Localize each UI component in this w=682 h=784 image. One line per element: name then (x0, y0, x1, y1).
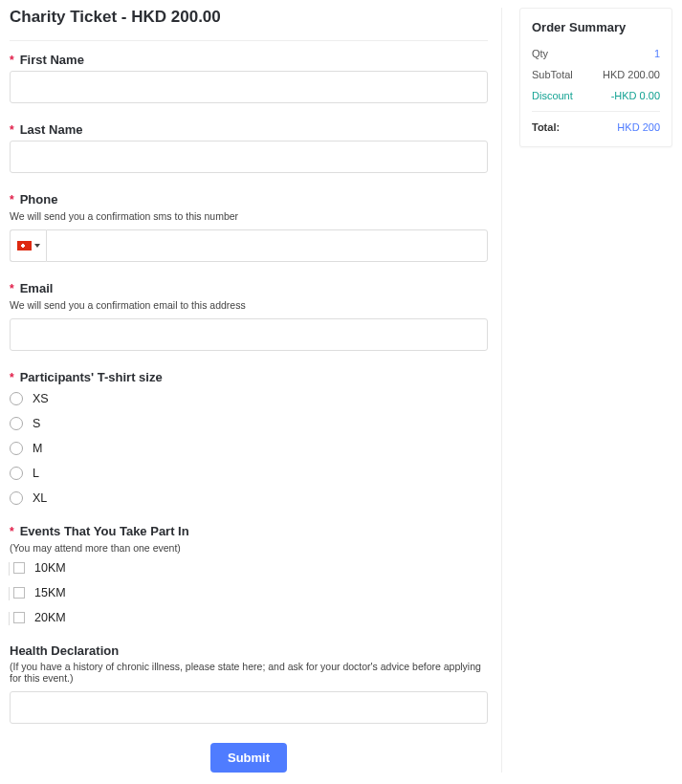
email-input[interactable] (10, 318, 488, 351)
health-help: (If you have a history of chronic illnes… (10, 661, 488, 684)
label-row: * Last Name (10, 122, 488, 137)
field-tshirt: * Participants' T-shirt size XS S M L XL (10, 370, 488, 505)
total-label: Total: (532, 121, 560, 133)
subtotal-label: SubTotal (532, 69, 573, 80)
last-name-input[interactable] (10, 141, 488, 173)
total-value: HKD 200 (617, 121, 660, 133)
qty-label: Qty (532, 48, 548, 59)
checkbox-icon (13, 587, 25, 599)
field-last-name: * Last Name (10, 122, 488, 173)
form-column: Charity Ticket - HKD 200.00 * First Name… (10, 8, 502, 773)
order-row-total: Total: HKD 200 (532, 111, 660, 133)
checkbox-15km[interactable]: 15KM (10, 586, 488, 599)
last-name-label: Last Name (20, 122, 83, 137)
discount-label: Discount (532, 90, 573, 101)
events-help: (You may attend more than one event) (10, 542, 488, 554)
divider (10, 40, 488, 41)
required-icon: * (10, 371, 14, 384)
option-label: XS (33, 392, 49, 405)
radio-xs[interactable]: XS (10, 392, 488, 405)
radio-icon (10, 491, 23, 505)
discount-value: -HKD 0.00 (611, 90, 660, 101)
field-health: Health Declaration (If you have a histor… (10, 643, 488, 724)
radio-icon (10, 417, 23, 430)
email-label: Email (20, 281, 54, 295)
field-events: * Events That You Take Part In (You may … (10, 524, 488, 624)
radio-l[interactable]: L (10, 467, 488, 480)
phone-row (10, 229, 488, 262)
checkbox-icon (13, 612, 25, 623)
option-label: M (33, 442, 42, 455)
submit-button[interactable]: Submit (210, 743, 287, 773)
radio-icon (10, 442, 23, 455)
first-name-input[interactable] (10, 71, 488, 103)
label-row: * Participants' T-shirt size (10, 370, 488, 384)
required-icon: * (10, 193, 14, 207)
events-label: Events That You Take Part In (20, 524, 189, 538)
field-email: * Email We will send you a confirmation … (10, 281, 488, 351)
order-summary-title: Order Summary (532, 20, 660, 34)
checkbox-20km[interactable]: 20KM (10, 611, 488, 624)
checkbox-icon (13, 562, 25, 574)
option-label: L (33, 467, 39, 480)
checkbox-10km[interactable]: 10KM (10, 561, 488, 575)
option-label: 15KM (34, 586, 66, 599)
required-icon: * (10, 525, 14, 538)
tshirt-label: Participants' T-shirt size (20, 370, 163, 384)
country-code-select[interactable] (10, 229, 46, 262)
first-name-label: First Name (20, 53, 84, 67)
order-summary-column: Order Summary Qty 1 SubTotal HKD 200.00 … (519, 8, 672, 147)
required-icon: * (10, 54, 14, 67)
label-row: * Phone (10, 192, 488, 207)
order-summary-card: Order Summary Qty 1 SubTotal HKD 200.00 … (519, 8, 672, 147)
required-icon: * (10, 282, 14, 295)
flag-hk-icon (17, 241, 32, 250)
subtotal-value: HKD 200.00 (603, 69, 660, 80)
submit-row: Submit (10, 743, 488, 773)
radio-xl[interactable]: XL (10, 491, 488, 505)
chevron-down-icon (34, 244, 40, 248)
qty-value: 1 (654, 48, 660, 59)
phone-label: Phone (20, 192, 58, 207)
form-title: Charity Ticket - HKD 200.00 (10, 8, 488, 27)
phone-input[interactable] (46, 229, 488, 262)
order-row-subtotal: SubTotal HKD 200.00 (532, 69, 660, 80)
health-input[interactable] (10, 691, 488, 724)
email-help: We will send you a confirmation email to… (10, 299, 488, 311)
label-row: * Email (10, 281, 488, 295)
option-label: XL (33, 491, 47, 505)
order-row-qty: Qty 1 (532, 48, 660, 59)
field-first-name: * First Name (10, 53, 488, 103)
option-label: S (33, 417, 40, 430)
phone-help: We will send you a confirmation sms to t… (10, 210, 488, 222)
radio-s[interactable]: S (10, 417, 488, 430)
radio-icon (10, 392, 23, 405)
radio-m[interactable]: M (10, 442, 488, 455)
order-row-discount: Discount -HKD 0.00 (532, 90, 660, 101)
radio-icon (10, 467, 23, 480)
label-row: * Events That You Take Part In (10, 524, 488, 538)
health-label: Health Declaration (10, 643, 488, 658)
option-label: 10KM (34, 561, 66, 575)
required-icon: * (10, 123, 14, 137)
option-label: 20KM (34, 611, 66, 624)
label-row: * First Name (10, 53, 488, 67)
field-phone: * Phone We will send you a confirmation … (10, 192, 488, 262)
